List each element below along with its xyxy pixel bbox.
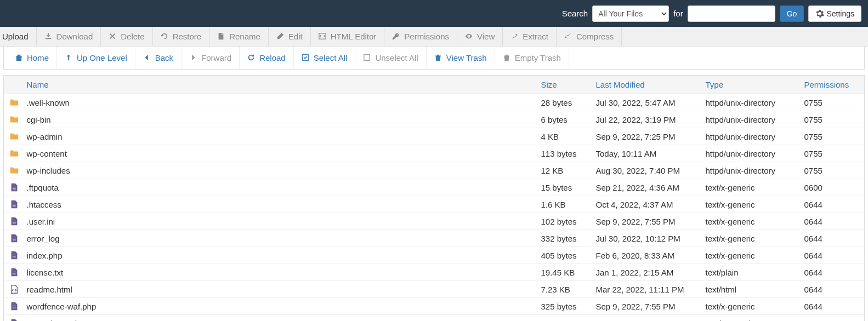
cell-perm: 0755 bbox=[799, 111, 865, 128]
folder-icon bbox=[9, 148, 21, 158]
table-row[interactable]: error_log332 bytesJul 30, 2022, 10:12 PM… bbox=[4, 230, 865, 247]
search-scope-select[interactable]: All Your Files bbox=[592, 5, 669, 22]
cell-size: 405 bytes bbox=[536, 247, 591, 264]
table-row[interactable]: .well-known28 bytesJul 30, 2022, 5:47 AM… bbox=[4, 94, 865, 111]
reload-link[interactable]: Reload bbox=[240, 47, 294, 70]
col-permissions[interactable]: Permissions bbox=[799, 76, 865, 94]
col-name[interactable]: Name bbox=[21, 76, 536, 94]
edit-icon bbox=[276, 32, 285, 41]
cell-size: 102 bytes bbox=[536, 213, 591, 230]
edit-button[interactable]: Edit bbox=[269, 27, 311, 47]
toolbar-label: Restore bbox=[173, 32, 202, 41]
file-icon bbox=[9, 250, 21, 260]
unselect-all-icon bbox=[363, 54, 372, 62]
settings-button[interactable]: Settings bbox=[808, 5, 861, 22]
compress-button[interactable]: Compress bbox=[557, 27, 622, 47]
cell-name: .ftpquota bbox=[21, 179, 536, 196]
cell-modified: Oct 4, 2022, 4:37 AM bbox=[591, 196, 700, 213]
unselect-all-link[interactable]: Unselect All bbox=[355, 47, 426, 70]
cell-modified: Feb 6, 2020, 8:33 AM bbox=[591, 247, 700, 264]
file-icon bbox=[9, 267, 21, 277]
svg-rect-2 bbox=[364, 54, 370, 60]
col-type[interactable]: Type bbox=[700, 76, 799, 94]
rename-button[interactable]: Rename bbox=[209, 27, 269, 47]
view-button[interactable]: View bbox=[457, 27, 503, 47]
empty-trash-icon bbox=[503, 54, 512, 62]
download-button[interactable]: Download bbox=[37, 27, 101, 47]
cell-name: wp-admin bbox=[21, 128, 536, 145]
table-row[interactable]: license.txt19.45 KBJan 1, 2022, 2:15 AMt… bbox=[4, 264, 865, 281]
cell-size: 332 bytes bbox=[536, 230, 591, 247]
cell-modified: Sep 9, 2022, 7:55 PM bbox=[591, 298, 700, 315]
file-icon bbox=[9, 182, 21, 192]
cell-type: httpd/unix-directory bbox=[700, 111, 799, 128]
cell-size: 28 bytes bbox=[536, 94, 591, 111]
forward-link[interactable]: Forward bbox=[181, 47, 240, 70]
extract-button[interactable]: Extract bbox=[503, 27, 557, 47]
toolbar-label: View bbox=[477, 32, 495, 41]
table-row[interactable]: .htaccess1.6 KBOct 4, 2022, 4:37 AMtext/… bbox=[4, 196, 865, 213]
table-row[interactable]: wp-content113 bytesToday, 10:11 AMhttpd/… bbox=[4, 145, 865, 162]
trash-link[interactable]: View Trash bbox=[427, 47, 495, 70]
cell-size: 7.23 KB bbox=[536, 281, 591, 298]
cell-name: .user.ini bbox=[21, 213, 536, 230]
table-row[interactable]: index.php405 bytesFeb 6, 2020, 8:33 AMte… bbox=[4, 247, 865, 264]
cell-modified: Jan 21, 2021, 3:37 AM bbox=[591, 315, 700, 322]
forward-icon bbox=[189, 54, 198, 62]
toolbar-label: Delete bbox=[121, 32, 144, 41]
delete-button[interactable]: Delete bbox=[101, 27, 152, 47]
cell-size: 325 bytes bbox=[536, 298, 591, 315]
toolbar-label: Edit bbox=[288, 32, 303, 41]
empty-trash-link[interactable]: Empty Trash bbox=[495, 47, 569, 70]
table-row[interactable]: cgi-bin6 bytesJul 22, 2022, 3:19 PMhttpd… bbox=[4, 111, 865, 128]
toolbar-label: HTML Editor bbox=[331, 32, 377, 41]
table-header-row: Name Size Last Modified Type Permissions bbox=[4, 76, 865, 94]
back-link[interactable]: Back bbox=[135, 47, 181, 70]
cell-perm: 0755 bbox=[799, 94, 865, 111]
cell-perm: 0644 bbox=[799, 213, 865, 230]
table-row[interactable]: wp-includes12 KBAug 30, 2022, 7:40 PMhtt… bbox=[4, 162, 865, 179]
cell-modified: Jul 30, 2022, 5:47 AM bbox=[591, 94, 700, 111]
link-label: Reload bbox=[259, 53, 286, 62]
link-label: Forward bbox=[201, 53, 231, 62]
cell-modified: Sep 9, 2022, 7:25 PM bbox=[591, 128, 700, 145]
search-input[interactable] bbox=[688, 5, 775, 22]
compress-icon bbox=[564, 32, 573, 41]
cell-type: httpd/unix-directory bbox=[700, 94, 799, 111]
table-row[interactable]: .user.ini102 bytesSep 9, 2022, 7:55 PMte… bbox=[4, 213, 865, 230]
link-label: View Trash bbox=[446, 53, 487, 62]
cell-size: 6 bytes bbox=[536, 111, 591, 128]
select-all-link[interactable]: Select All bbox=[294, 47, 356, 70]
cell-name: cgi-bin bbox=[21, 111, 536, 128]
cell-type: text/x-generic bbox=[700, 230, 799, 247]
folder-icon bbox=[9, 165, 21, 175]
action-toolbar: UploadDownloadDeleteRestoreRenameEditHTM… bbox=[0, 27, 868, 47]
table-row[interactable]: .ftpquota15 bytesSep 21, 2022, 4:36 AMte… bbox=[4, 179, 865, 196]
extract-icon bbox=[510, 32, 519, 41]
cell-modified: Jul 30, 2022, 10:12 PM bbox=[591, 230, 700, 247]
cell-name: .well-known bbox=[21, 94, 536, 111]
back-icon bbox=[143, 54, 152, 62]
table-row[interactable]: readme.html7.23 KBMar 22, 2022, 11:11 PM… bbox=[4, 281, 865, 298]
upload-button[interactable]: Upload bbox=[2, 27, 37, 47]
cell-size: 1.6 KB bbox=[536, 196, 591, 213]
cell-modified: Sep 21, 2022, 4:36 AM bbox=[591, 179, 700, 196]
permissions-icon bbox=[392, 32, 401, 41]
table-row[interactable]: wordfence-waf.php325 bytesSep 9, 2022, 7… bbox=[4, 298, 865, 315]
permissions-button[interactable]: Permissions bbox=[384, 27, 457, 47]
col-size[interactable]: Size bbox=[536, 76, 591, 94]
cell-perm: 0644 bbox=[799, 281, 865, 298]
col-modified[interactable]: Last Modified bbox=[591, 76, 700, 94]
go-button[interactable]: Go bbox=[780, 5, 804, 22]
cell-type: text/x-generic bbox=[700, 196, 799, 213]
home-link[interactable]: Home bbox=[7, 47, 57, 70]
link-label: Select All bbox=[314, 53, 348, 62]
table-row[interactable]: wp-admin4 KBSep 9, 2022, 7:25 PMhttpd/un… bbox=[4, 128, 865, 145]
for-label: for bbox=[673, 9, 683, 18]
up-link[interactable]: Up One Level bbox=[57, 47, 135, 70]
col-icon bbox=[4, 76, 21, 94]
folder-icon bbox=[9, 98, 21, 107]
restore-button[interactable]: Restore bbox=[153, 27, 210, 47]
html-editor-button[interactable]: HTML Editor bbox=[311, 27, 385, 47]
table-row[interactable]: wp-activate.php7 KBJan 21, 2021, 3:37 AM… bbox=[4, 315, 865, 322]
